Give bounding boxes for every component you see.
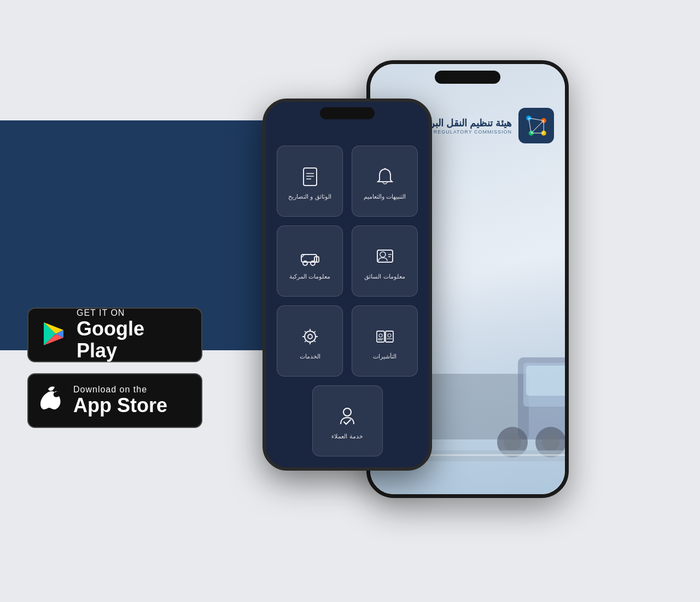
ltrc-emblem bbox=[518, 108, 554, 143]
app-store-text: Download on the App Store bbox=[73, 385, 167, 416]
tile-documents: الوثائق و التصاريح bbox=[277, 146, 343, 217]
apple-icon bbox=[39, 386, 63, 415]
phone-front-screen: الوثائق و التصاريح التنبيهات والتعاميم bbox=[266, 102, 429, 467]
svg-rect-37 bbox=[377, 331, 384, 342]
svg-rect-10 bbox=[526, 366, 565, 396]
svg-rect-38 bbox=[386, 331, 393, 342]
tile-notifications: التنبيهات والتعاميم bbox=[352, 146, 418, 217]
svg-point-44 bbox=[343, 408, 351, 416]
svg-point-32 bbox=[380, 252, 386, 257]
phone-front: الوثائق و التصاريح التنبيهات والتعاميم bbox=[262, 99, 432, 471]
phone-back-notch bbox=[435, 71, 500, 84]
tile-services: الخدمات bbox=[277, 305, 343, 377]
svg-line-21 bbox=[531, 120, 544, 133]
tile-customer-service: خدمة العملاء bbox=[312, 385, 383, 456]
svg-point-42 bbox=[388, 334, 391, 337]
svg-point-7 bbox=[504, 433, 521, 451]
svg-point-36 bbox=[308, 334, 312, 339]
tile-visas: التأشيرات bbox=[352, 305, 418, 377]
svg-point-9 bbox=[542, 433, 559, 451]
download-buttons: GET IT ON Google Play Download on the Ap… bbox=[27, 308, 246, 428]
svg-point-39 bbox=[379, 334, 382, 337]
tile-driver: معلومات السائق bbox=[352, 225, 418, 297]
svg-line-18 bbox=[529, 118, 532, 134]
app-grid: الوثائق و التصاريح التنبيهات والتعاميم bbox=[266, 135, 429, 467]
app-store-button[interactable]: Download on the App Store bbox=[27, 373, 202, 428]
tile-vehicle: معلومات المركبة bbox=[277, 225, 343, 297]
google-play-button[interactable]: GET IT ON Google Play bbox=[27, 308, 202, 362]
main-title: السادة سائقي الشاحنات يرجى تحميل التطبيق bbox=[27, 174, 246, 280]
phones-container: هيئة تنظيم النقل البري LAND TRANSPORT RE… bbox=[219, 27, 700, 575]
svg-rect-22 bbox=[304, 168, 317, 186]
google-play-text: GET IT ON Google Play bbox=[77, 308, 190, 361]
phone-front-notch bbox=[320, 107, 375, 119]
svg-line-17 bbox=[529, 118, 544, 121]
google-play-icon bbox=[39, 320, 67, 350]
